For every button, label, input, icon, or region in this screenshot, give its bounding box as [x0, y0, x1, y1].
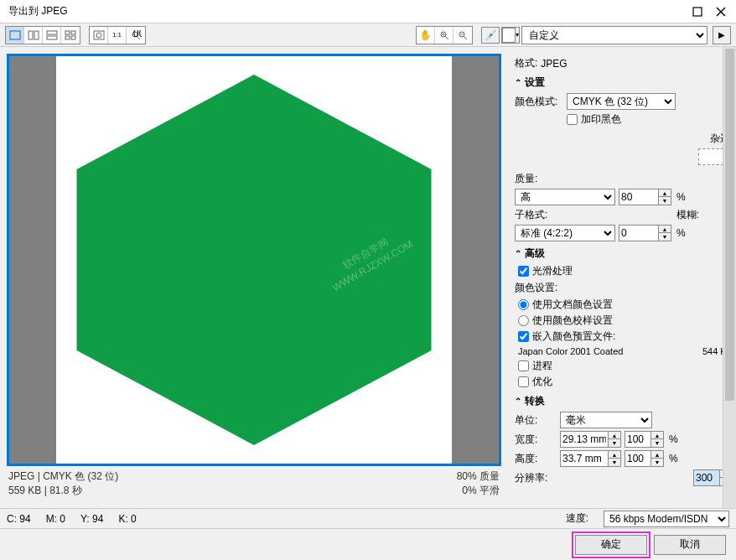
view-tools-group: ✋: [416, 26, 473, 44]
quality-spinner[interactable]: ▲▼: [659, 189, 671, 205]
embed-profile-label: 嵌入颜色预置文件:: [532, 329, 615, 344]
format-label: 格式:: [515, 56, 537, 70]
preview-content: [57, 63, 451, 457]
background-color-button[interactable]: ▾: [501, 27, 520, 44]
embed-profile-checkbox[interactable]: [518, 331, 529, 342]
preview-status: JPEG | CMYK 色 (32 位) 559 KB | 81.8 秒 80%…: [7, 466, 501, 501]
chevron-icon: ⌃: [515, 249, 521, 258]
zoom-in-button[interactable]: [435, 27, 454, 44]
use-doc-color-label: 使用文档颜色设置: [532, 298, 613, 312]
button-bar: 确定 取消: [0, 528, 736, 560]
main-area: 软件自学网 WWW.RJZXW.COM JPEG | CMYK 色 (32 位)…: [0, 47, 736, 508]
width-pct-spinner[interactable]: ▲▼: [651, 431, 664, 448]
format-value: JPEG: [541, 58, 567, 70]
speed-select[interactable]: 56 kbps Modem/ISDN: [604, 511, 729, 527]
zoom-actual-button[interactable]: 00: [127, 27, 145, 44]
width-pct-input[interactable]: [625, 431, 651, 448]
color-mode-select[interactable]: CMYK 色 (32 位): [567, 93, 676, 110]
progressive-label: 进程: [532, 359, 552, 373]
units-label: 单位:: [515, 413, 557, 428]
single-pane-button[interactable]: [6, 27, 24, 44]
status-smooth: 0% 平滑: [457, 484, 500, 498]
quality-input[interactable]: [619, 189, 659, 205]
hexagon-shape: [77, 75, 432, 445]
section-transform[interactable]: ⌃转换: [515, 394, 733, 408]
resolution-input[interactable]: [693, 469, 720, 486]
pan-tool-button[interactable]: ✋: [417, 27, 435, 44]
flyout-button[interactable]: ▶: [713, 26, 731, 44]
optimize-checkbox[interactable]: [518, 376, 529, 387]
preview-area: 软件自学网 WWW.RJZXW.COM JPEG | CMYK 色 (32 位)…: [0, 47, 508, 508]
height-pct-spinner[interactable]: ▲▼: [651, 450, 664, 467]
use-doc-color-radio[interactable]: [518, 299, 529, 310]
ok-button[interactable]: 确定: [575, 535, 647, 555]
subformat-select[interactable]: 标准 (4:2:2): [515, 225, 615, 241]
quality-select[interactable]: 高: [515, 189, 615, 205]
height-pct-input[interactable]: [625, 450, 651, 467]
height-spinner[interactable]: ▲▼: [609, 450, 621, 467]
width-input[interactable]: [560, 431, 609, 448]
preview-frame[interactable]: 软件自学网 WWW.RJZXW.COM: [7, 54, 501, 466]
color-mode-label: 颜色模式:: [515, 95, 563, 109]
width-spinner[interactable]: ▲▼: [609, 431, 621, 448]
canvas-pad-right: [452, 56, 499, 464]
settings-scrollbar[interactable]: [723, 47, 736, 508]
two-pane-horiz-button[interactable]: [43, 27, 61, 44]
svg-rect-8: [65, 31, 70, 34]
matte-color-button[interactable]: [698, 148, 723, 165]
status-m: M: 0: [46, 513, 65, 525]
status-size: 559 KB | 81.8 秒: [8, 484, 118, 498]
height-label: 高度:: [515, 452, 557, 466]
close-button[interactable]: [709, 3, 733, 21]
svg-rect-11: [71, 36, 75, 39]
blur-input[interactable]: [619, 225, 659, 241]
chevron-icon: ⌃: [515, 78, 521, 87]
scrollbar-thumb[interactable]: [725, 49, 734, 401]
svg-text:00: 00: [133, 30, 142, 39]
antialias-label: 光滑处理: [532, 264, 573, 278]
height-input[interactable]: [560, 450, 609, 467]
svg-rect-9: [71, 31, 75, 34]
svg-rect-10: [65, 36, 70, 39]
status-format: JPEG | CMYK 色 (32 位): [8, 469, 118, 484]
chevron-icon: ⌃: [515, 397, 521, 406]
two-pane-vert-button[interactable]: [24, 27, 43, 44]
zoom-fit-button[interactable]: [90, 27, 108, 44]
preset-select[interactable]: 自定义: [521, 26, 707, 44]
pane-layout-group: [5, 26, 80, 44]
section-settings[interactable]: ⌃设置: [515, 75, 733, 90]
svg-line-22: [464, 36, 467, 39]
window-title: 导出到 JPEG: [3, 4, 686, 18]
blur-spinner[interactable]: ▲▼: [659, 225, 671, 241]
svg-rect-7: [47, 36, 57, 39]
eyedropper-button[interactable]: 💉: [481, 27, 500, 44]
cancel-button[interactable]: 取消: [654, 535, 726, 555]
status-bar: C: 94 M: 0 Y: 94 K: 0 速度: 56 kbps Modem/…: [0, 508, 736, 528]
svg-rect-0: [693, 8, 702, 16]
maximize-button[interactable]: [686, 3, 709, 21]
progressive-checkbox[interactable]: [518, 360, 529, 371]
profile-name: Japan Color 2001 Coated: [518, 346, 623, 356]
antialias-checkbox[interactable]: [518, 266, 529, 277]
color-swatch: [502, 28, 516, 43]
svg-point-13: [96, 33, 101, 38]
subformat-label: 子格式:: [515, 208, 547, 222]
use-proof-color-label: 使用颜色校样设置: [532, 314, 613, 328]
zoom-1to1-button[interactable]: 1:1: [108, 27, 127, 44]
title-bar: 导出到 JPEG: [0, 0, 736, 23]
blur-label: 模糊:: [676, 208, 699, 222]
canvas-pad-left: [9, 56, 56, 464]
use-proof-color-radio[interactable]: [518, 315, 529, 326]
four-pane-button[interactable]: [61, 27, 80, 44]
status-k: K: 0: [118, 513, 136, 525]
status-c: C: 94: [7, 513, 31, 525]
units-select[interactable]: 毫米: [560, 412, 652, 428]
width-label: 宽度:: [515, 433, 557, 447]
svg-line-18: [445, 36, 448, 39]
zoom-out-button[interactable]: [454, 27, 472, 44]
svg-rect-3: [10, 31, 20, 39]
overprint-black-checkbox[interactable]: [567, 114, 578, 125]
svg-rect-4: [29, 31, 33, 39]
section-advanced[interactable]: ⌃高级: [515, 246, 733, 261]
zoom-group-1: 1:1 00: [89, 26, 146, 44]
